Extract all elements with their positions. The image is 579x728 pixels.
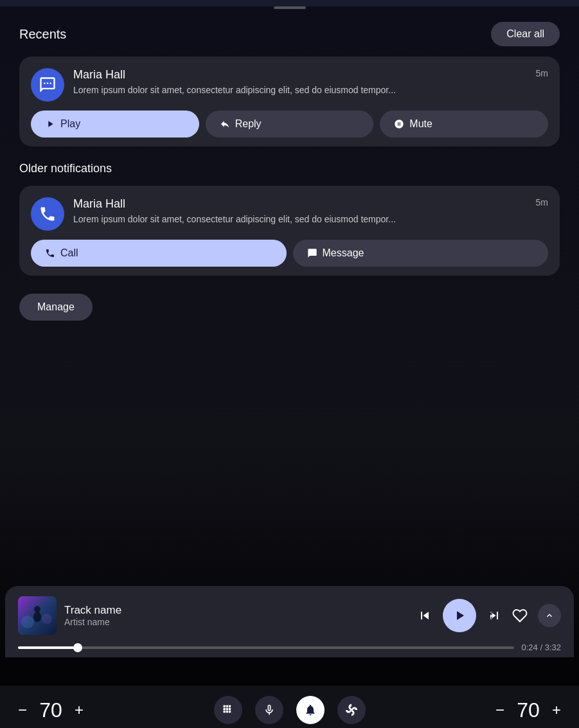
message-app-icon <box>31 68 64 102</box>
prev-icon <box>417 608 432 623</box>
volume-right-decrease-button[interactable]: − <box>493 701 507 719</box>
progress-bar-wrap: 0:24 / 3:32 <box>18 643 561 652</box>
volume-right-control: − 70 + <box>493 698 564 722</box>
older-notification-time: 5m <box>536 197 548 208</box>
volume-left-increase-button[interactable]: + <box>72 701 86 719</box>
expand-button[interactable] <box>538 604 561 627</box>
track-info: Track name Artist name <box>64 604 409 627</box>
play-pause-icon <box>452 608 467 623</box>
svg-point-4 <box>42 614 52 624</box>
older-notification-header: Maria Hall Lorem ipsum dolor sit amet, c… <box>31 197 548 231</box>
bottom-toolbar: − 70 + <box>0 686 579 728</box>
microphone-icon <box>263 704 276 716</box>
heart-icon <box>512 608 528 623</box>
svg-point-3 <box>21 616 34 628</box>
notification-time: 5m <box>536 68 548 78</box>
media-controls <box>417 599 561 632</box>
volume-left-decrease-button[interactable]: − <box>15 701 30 719</box>
reply-label: Reply <box>235 118 262 130</box>
toolbar-icons <box>214 696 366 724</box>
older-notifications-title: Older notifications <box>19 162 560 175</box>
notification-text: Maria Hall Lorem ipsum dolor sit amet, c… <box>73 68 531 97</box>
next-icon <box>486 608 502 623</box>
media-player: Track name Artist name <box>5 586 574 657</box>
older-notification-actions: Call Message <box>31 240 548 267</box>
recent-notification-card: Maria Hall Lorem ipsum dolor sit amet, c… <box>19 57 560 146</box>
notification-panel: Recents Clear all Maria Hall Lorem ipsum… <box>0 9 579 333</box>
play-icon <box>45 119 55 129</box>
notification-meta: Maria Hall Lorem ipsum dolor sit amet, c… <box>73 68 548 97</box>
recents-header: Recents Clear all <box>19 22 560 46</box>
total-time: 3:32 <box>545 643 561 652</box>
older-notification-text: Maria Hall Lorem ipsum dolor sit amet, c… <box>73 197 531 226</box>
message-icon <box>307 248 317 258</box>
chat-icon <box>39 76 57 94</box>
notification-body: Lorem ipsum dolor sit amet, consectetur … <box>73 84 531 97</box>
mute-label: Mute <box>409 118 432 130</box>
play-label: Play <box>60 118 80 130</box>
track-art <box>18 596 57 635</box>
call-label: Call <box>60 247 78 259</box>
progress-thumb <box>73 643 82 652</box>
progress-bar-fill <box>18 646 78 649</box>
svg-point-1 <box>33 612 41 622</box>
volume-right-value: 70 <box>512 698 544 722</box>
main-background: Recents Clear all Maria Hall Lorem ipsum… <box>0 6 579 728</box>
volume-left-control: − 70 + <box>15 698 86 722</box>
phone-icon <box>39 205 57 223</box>
play-button[interactable]: Play <box>31 111 199 138</box>
chevron-up-icon <box>544 610 555 621</box>
call-icon <box>45 248 55 258</box>
reply-icon <box>220 119 230 129</box>
older-notification-meta: Maria Hall Lorem ipsum dolor sit amet, c… <box>73 197 548 226</box>
track-name: Track name <box>64 604 409 617</box>
call-button[interactable]: Call <box>31 240 287 267</box>
message-button[interactable]: Message <box>293 240 549 267</box>
older-notification-body: Lorem ipsum dolor sit amet, consectetur … <box>73 213 531 226</box>
manage-button[interactable]: Manage <box>19 294 93 321</box>
message-label: Message <box>323 247 364 259</box>
clear-all-button[interactable]: Clear all <box>491 22 560 46</box>
volume-left-value: 70 <box>35 698 67 722</box>
progress-time: 0:24 / 3:32 <box>522 643 561 652</box>
media-main: Track name Artist name <box>18 596 561 635</box>
sender-name: Maria Hall <box>73 68 531 82</box>
time-separator: / <box>540 643 544 652</box>
mute-icon <box>394 119 404 129</box>
notification-header: Maria Hall Lorem ipsum dolor sit amet, c… <box>31 68 548 102</box>
phone-app-icon <box>31 197 64 231</box>
microphone-button[interactable] <box>255 696 283 724</box>
svg-point-2 <box>34 606 40 612</box>
track-art-image <box>18 596 57 635</box>
grid-icon <box>222 704 235 716</box>
favorite-button[interactable] <box>512 608 528 623</box>
prev-button[interactable] <box>417 608 432 623</box>
fan-icon <box>345 704 358 716</box>
next-button[interactable] <box>486 608 502 623</box>
older-sender-name: Maria Hall <box>73 197 531 211</box>
older-notification-card: Maria Hall Lorem ipsum dolor sit amet, c… <box>19 186 560 276</box>
volume-right-increase-button[interactable]: + <box>549 701 564 719</box>
mute-button[interactable]: Mute <box>380 111 548 138</box>
bell-button[interactable] <box>296 696 325 724</box>
play-pause-button[interactable] <box>443 599 476 632</box>
artist-name: Artist name <box>64 617 409 627</box>
notification-actions: Play Reply Mute <box>31 111 548 138</box>
reply-button[interactable]: Reply <box>206 111 374 138</box>
recents-title: Recents <box>19 27 66 42</box>
bell-icon <box>304 704 317 716</box>
current-time: 0:24 <box>522 643 538 652</box>
fan-button[interactable] <box>337 696 366 724</box>
grid-button[interactable] <box>214 696 242 724</box>
progress-bar-background[interactable] <box>18 646 514 649</box>
